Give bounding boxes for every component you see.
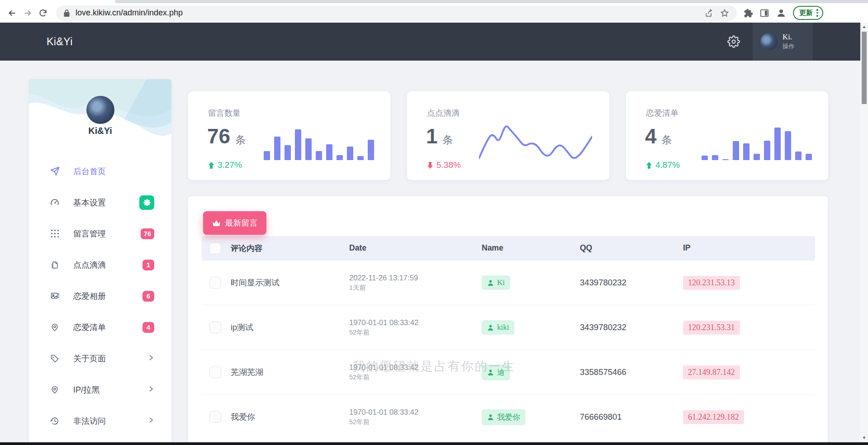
sidebar-item-illegal-access[interactable]: 非法访问: [29, 405, 171, 436]
sidebar-item-label: 关于页面: [73, 353, 106, 364]
cell-qq: 3439780232: [580, 278, 683, 288]
sidebar-item-label: 点点滴滴: [73, 260, 106, 270]
cell-qq: 3358575466: [580, 367, 683, 377]
side-panel-icon[interactable]: [759, 8, 769, 18]
forward-button[interactable]: [20, 5, 35, 21]
cell-date-ago: 52年前: [349, 418, 482, 426]
sidebar-item-album[interactable]: 恋爱相册 6: [29, 280, 171, 312]
back-button[interactable]: [5, 5, 20, 21]
refresh-icon: [38, 9, 47, 18]
checklist-count-badge: 4: [142, 322, 154, 333]
scrollbar-thumb[interactable]: [862, 32, 867, 104]
arrow-down-icon: [427, 162, 433, 169]
table-row: 我爱你 1970-01-01 08:33:42 52年前 我爱你 7666698…: [202, 394, 815, 439]
sidebar-item-ip-blacklist[interactable]: IP/拉黑: [29, 374, 171, 405]
latest-messages-panel: 最新留言 评论内容 Date Name QQ IP 时间显示测试 2022-11…: [188, 196, 828, 445]
sidebar-item-label: 非法访问: [73, 416, 106, 426]
user-menu[interactable]: Ki. 操作: [753, 23, 813, 61]
cell-date: 1970-01-01 08:33:42: [349, 318, 482, 327]
chrome-update-button[interactable]: 更新: [793, 6, 823, 20]
chevron-right-icon: [148, 386, 154, 394]
stat-unit: 条: [443, 133, 453, 147]
tag-icon: [50, 354, 60, 364]
cell-date-ago: 52年前: [349, 328, 482, 337]
tab-strip: [0, 0, 868, 3]
stat-value: 76: [207, 124, 230, 148]
select-all-checkbox[interactable]: [209, 242, 221, 254]
lock-icon: [63, 9, 70, 17]
sidebar-item-label: 后台首页: [73, 166, 106, 177]
page-scrollbar[interactable]: ▲ ▼: [860, 23, 868, 445]
cell-qq: 766669801: [580, 412, 683, 422]
cell-date: 2022-11-26 13:17:59: [349, 274, 482, 282]
share-icon: [705, 9, 714, 18]
column-header-date: Date: [349, 243, 482, 253]
pin-icon: [50, 385, 60, 395]
row-checkbox[interactable]: [209, 277, 221, 289]
window-bottom-edge: [0, 442, 868, 445]
stat-unit: 条: [235, 133, 246, 147]
sidebar-item-about[interactable]: 关于页面: [29, 343, 171, 374]
latest-messages-button[interactable]: 最新留言: [203, 211, 266, 235]
chevron-right-icon: [148, 355, 154, 363]
cell-content: 芜湖芜湖: [231, 367, 349, 378]
table-row: 时间显示测试 2022-11-26 13:17:59 1天前 Ki 343978…: [202, 260, 815, 305]
table-row: ip测试 1970-01-01 08:33:42 52年前 kiki 34397…: [202, 305, 815, 350]
url-text: love.kikiw.cn/admin/index.php: [76, 8, 702, 18]
sidebar-item-settings[interactable]: 基本设置: [29, 187, 171, 218]
bookmark-button[interactable]: [717, 5, 732, 21]
person-icon: [487, 324, 494, 331]
arrow-up-icon: [208, 162, 214, 169]
grid-dots-icon: [50, 229, 60, 239]
address-bar[interactable]: love.kikiw.cn/admin/index.php: [56, 5, 737, 21]
column-header-name: Name: [482, 243, 580, 253]
app-navbar: Ki&Yi Ki. 操作: [0, 23, 868, 61]
column-header-ip: IP: [683, 243, 815, 253]
column-header-qq: QQ: [580, 243, 683, 253]
sidebar-item-label: IP/拉黑: [73, 384, 100, 395]
settings-badge[interactable]: [139, 195, 154, 210]
refresh-button[interactable]: [35, 5, 51, 21]
star-icon: [720, 9, 729, 18]
ip-pill: 61.242.129.182: [683, 410, 744, 424]
back-icon: [7, 8, 17, 18]
sidebar-item-dashboard[interactable]: 后台首页: [29, 156, 171, 187]
sidebar-item-checklist[interactable]: 恋爱清单 4: [29, 312, 171, 343]
stat-unit: 条: [662, 133, 672, 147]
row-checkbox[interactable]: [209, 366, 221, 378]
stat-card-checklist: 恋爱清单 4 条 4.87%: [626, 91, 828, 180]
browser-toolbar: love.kikiw.cn/admin/index.php 更新: [0, 3, 868, 23]
user-avatar: [760, 33, 778, 50]
history-icon: [50, 416, 60, 426]
photos-icon: [50, 291, 60, 301]
menu-dots-icon[interactable]: [816, 9, 818, 17]
settings-button[interactable]: [727, 23, 740, 61]
extensions-icon[interactable]: [743, 8, 753, 18]
brand-title: Ki&Yi: [47, 23, 73, 61]
scroll-down-icon[interactable]: ▼: [860, 434, 868, 441]
stat-title: 恋爱清单: [646, 108, 678, 118]
scroll-up-icon[interactable]: ▲: [860, 23, 868, 30]
row-checkbox[interactable]: [209, 411, 221, 423]
map-pin-icon: [50, 322, 60, 332]
column-header-content: 评论内容: [231, 243, 349, 254]
stat-card-messages: 留言数量 76 条 3.27%: [188, 91, 390, 180]
user-name: Ki.: [783, 33, 795, 42]
gear-icon: [143, 199, 151, 206]
sidebar-item-messages[interactable]: 留言管理 76: [29, 218, 171, 249]
share-button[interactable]: [702, 5, 717, 21]
sidebar-item-moments[interactable]: 点点滴滴 1: [29, 249, 171, 280]
name-pill: 我爱你: [482, 409, 526, 425]
cell-qq: 3439780232: [580, 322, 683, 332]
button-label: 最新留言: [225, 218, 258, 228]
sidebar-menu: 后台首页 基本设置 留言管理 76: [29, 156, 171, 436]
stat-value: 4: [645, 124, 657, 148]
sidebar-item-label: 恋爱清单: [73, 322, 106, 333]
profile-icon[interactable]: [776, 8, 787, 19]
paper-plane-icon: [50, 166, 60, 176]
bar-sparkline: [697, 128, 812, 160]
row-checkbox[interactable]: [209, 322, 221, 333]
name-pill: 迪: [482, 365, 510, 380]
sidebar: Ki&Yi 后台首页 基本设置: [29, 79, 171, 445]
speedometer-icon: [50, 198, 60, 208]
